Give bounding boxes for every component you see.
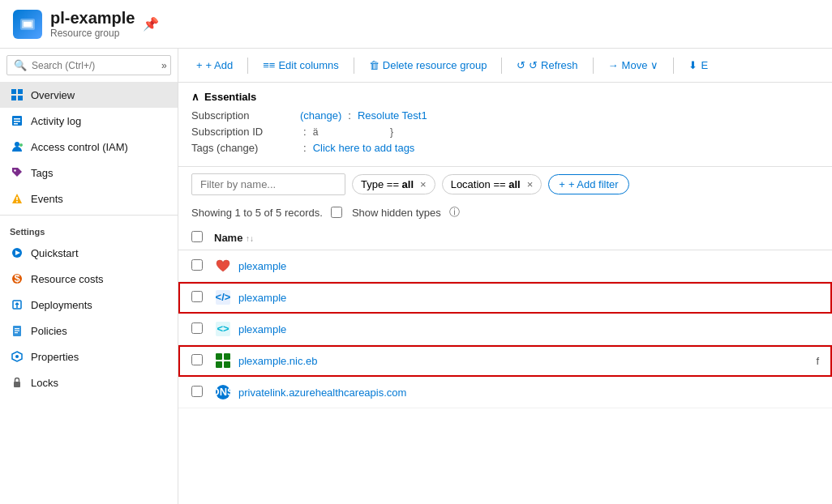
deployments-icon (10, 297, 24, 312)
type-filter-clear-icon[interactable]: × (420, 178, 427, 190)
sidebar-item-events[interactable]: Events (0, 186, 178, 211)
subscription-row: Subscription (change) : Resolute Test1 (191, 109, 819, 122)
filter-row: Type == all × Location == all × + + Add … (178, 167, 832, 202)
location-filter-clear-icon[interactable]: × (527, 178, 534, 190)
edit-columns-button[interactable]: ≡≡ Edit columns (255, 55, 347, 75)
refresh-button[interactable]: ↺ ↺ Refresh (508, 55, 585, 75)
svg-rect-9 (14, 121, 20, 122)
row-2-icon: </> (214, 288, 232, 306)
edit-columns-icon: ≡≡ (263, 59, 275, 71)
svg-point-13 (14, 169, 15, 171)
sidebar-item-policies[interactable]: Policies (0, 318, 178, 344)
sidebar-item-activity-log[interactable]: Activity log (0, 108, 178, 134)
svg-rect-35 (224, 361, 230, 368)
sidebar-item-locks[interactable]: Locks (0, 369, 178, 395)
settings-header: Settings (0, 219, 178, 240)
move-button[interactable]: → Move ∨ (600, 55, 667, 75)
tags-icon (10, 165, 24, 180)
location-filter-label: Location == all (451, 178, 521, 190)
sidebar-item-properties[interactable]: Properties (0, 344, 178, 369)
delete-button[interactable]: 🗑 Delete resource group (361, 55, 495, 75)
row-4-checkbox[interactable] (191, 354, 203, 365)
sidebar-item-tags[interactable]: Tags (0, 160, 178, 186)
svg-rect-33 (224, 353, 230, 360)
records-info-row: Showing 1 to 5 of 5 records. Show hidden… (178, 202, 832, 226)
toolbar-divider-4 (593, 58, 594, 74)
info-icon: ⓘ (449, 205, 460, 220)
toolbar: + + Add ≡≡ Edit columns 🗑 Delete resourc… (178, 49, 832, 83)
row-1-icon (214, 257, 232, 275)
table-row[interactable]: </> plexample (178, 282, 832, 314)
table-row[interactable]: <> plexample (178, 314, 832, 345)
collapse-icon[interactable]: » (161, 60, 167, 71)
tags-value[interactable]: Click here to add tags (313, 142, 415, 154)
search-input[interactable] (32, 60, 153, 71)
app-title: pl-example (50, 9, 135, 28)
costs-icon: $ (10, 271, 24, 286)
sidebar-item-iam[interactable]: Access control (IAM) (0, 134, 178, 160)
svg-rect-3 (11, 89, 16, 94)
table-row[interactable]: plexample (178, 250, 832, 282)
table-row[interactable]: DNS privatelink.azurehealthcareapis.com (178, 377, 832, 408)
add-filter-button[interactable]: + + Add filter (548, 174, 628, 194)
essentials-header: ∧ Essentials (191, 91, 819, 103)
download-button[interactable]: ⬇ E (680, 55, 716, 75)
add-icon: + (196, 59, 203, 71)
row-1-name[interactable]: plexample (238, 260, 819, 272)
search-icon: 🔍 (14, 59, 27, 71)
type-filter-label: Type == all (361, 178, 414, 190)
svg-point-12 (19, 143, 23, 147)
overview-label: Overview (31, 89, 75, 101)
tags-label: Tags (change) (191, 142, 297, 154)
row-3-name[interactable]: plexample (238, 323, 819, 335)
toolbar-divider-2 (354, 58, 354, 74)
sidebar-item-quickstart[interactable]: Quickstart (0, 240, 178, 266)
svg-rect-4 (18, 89, 23, 94)
type-filter-chip[interactable]: Type == all × (352, 174, 435, 194)
refresh-icon: ↺ (517, 59, 525, 71)
records-count-text: Showing 1 to 5 of 5 records. (191, 207, 323, 219)
svg-text:DNS: DNS (214, 386, 232, 398)
toolbar-divider-5 (673, 58, 674, 74)
show-hidden-label[interactable]: Show hidden types (331, 207, 441, 219)
select-all-checkbox[interactable] (191, 231, 203, 242)
svg-text:</>: </> (216, 291, 231, 303)
row-3-checkbox[interactable] (191, 322, 203, 334)
sidebar-item-resource-costs[interactable]: $ Resource costs (0, 266, 178, 292)
subscription-change-link[interactable]: (change) (300, 109, 341, 122)
delete-icon: 🗑 (369, 59, 380, 71)
sidebar-item-overview[interactable]: Overview (0, 82, 178, 108)
show-hidden-checkbox[interactable] (331, 207, 342, 218)
deployments-label: Deployments (31, 299, 92, 311)
subscription-id-label: Subscription ID (191, 126, 297, 138)
table-row[interactable]: plexample.nic.eb f (178, 345, 832, 377)
sort-icons[interactable]: ↑↓ (246, 234, 254, 243)
subscription-id-row: Subscription ID : ä } (191, 126, 819, 138)
row-5-name[interactable]: privatelink.azurehealthcareapis.com (238, 387, 819, 399)
row-1-checkbox[interactable] (191, 259, 203, 271)
filter-by-name-input[interactable] (191, 173, 345, 195)
row-5-checkbox[interactable] (191, 386, 203, 397)
properties-icon (10, 349, 24, 364)
row-4-suffix: f (816, 355, 819, 367)
svg-text:$: $ (14, 272, 20, 284)
events-label: Events (31, 193, 63, 205)
name-column-header[interactable]: Name ↑↓ (214, 232, 819, 244)
row-2-name[interactable]: plexample (238, 292, 819, 304)
move-dropdown-icon: ∨ (650, 59, 658, 71)
pin-icon[interactable]: 📌 (143, 16, 159, 32)
search-container[interactable]: 🔍 » (6, 55, 171, 75)
svg-text:<>: <> (217, 322, 229, 335)
svg-point-16 (16, 201, 18, 203)
row-4-name[interactable]: plexample.nic.eb (238, 355, 809, 367)
subscription-value[interactable]: Resolute Test1 (358, 109, 427, 122)
sidebar-item-deployments[interactable]: Deployments (0, 292, 178, 318)
location-filter-chip[interactable]: Location == all × (442, 174, 543, 194)
row-2-checkbox[interactable] (191, 291, 203, 302)
svg-rect-15 (16, 197, 18, 200)
add-button[interactable]: + + Add (188, 55, 241, 75)
table-header: Name ↑↓ (178, 226, 832, 250)
subscription-id-value: ä } (313, 126, 394, 138)
svg-rect-27 (14, 382, 20, 387)
essentials-collapse-icon[interactable]: ∧ (191, 91, 199, 103)
